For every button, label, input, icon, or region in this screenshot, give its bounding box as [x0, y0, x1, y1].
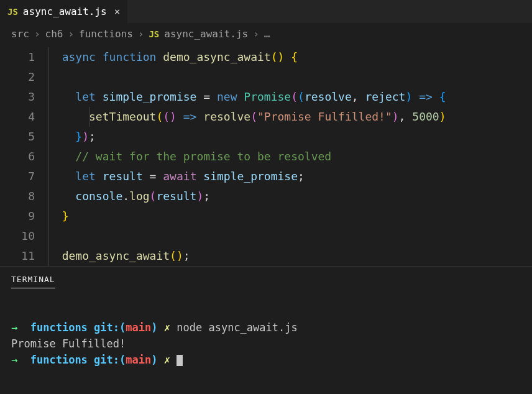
- code-line[interactable]: 3 let simple_promise = new Promise((reso…: [0, 87, 532, 107]
- breadcrumb-part[interactable]: src: [11, 28, 29, 40]
- editor-tab[interactable]: JS async_await.js ×: [0, 0, 127, 23]
- line-number: 7: [0, 167, 48, 186]
- line-number: 9: [0, 206, 48, 226]
- git-dirty-icon: ✗: [164, 321, 170, 334]
- line-number: 6: [0, 147, 48, 167]
- code-line[interactable]: 1 async function demo_async_await() {: [0, 47, 532, 67]
- line-number: 10: [0, 226, 48, 246]
- chevron-right-icon: ›: [68, 28, 74, 40]
- code-line[interactable]: 2: [0, 67, 532, 87]
- prompt-arrow-icon: →: [11, 321, 17, 334]
- breadcrumb[interactable]: src › ch6 › functions › JS async_await.j…: [0, 23, 532, 45]
- code-line[interactable]: 11 demo_async_await();: [0, 246, 532, 266]
- git-branch: main: [126, 354, 151, 366]
- terminal-panel[interactable]: TERMINAL → functions git:(main) ✗ node a…: [0, 266, 532, 394]
- chevron-right-icon: ›: [34, 28, 40, 40]
- terminal-tab[interactable]: TERMINAL: [11, 275, 55, 288]
- line-number: 4: [0, 107, 48, 127]
- chevron-right-icon: ›: [253, 28, 259, 40]
- prompt-git: git:: [94, 354, 119, 366]
- tab-bar: JS async_await.js ×: [0, 0, 532, 23]
- line-number: 3: [0, 87, 48, 107]
- code-line[interactable]: 7 let result = await simple_promise;: [0, 167, 532, 186]
- chevron-right-icon: ›: [138, 28, 144, 40]
- prompt-dir: functions: [30, 354, 88, 366]
- breadcrumb-part[interactable]: functions: [79, 28, 133, 40]
- code-line[interactable]: 10: [0, 226, 532, 246]
- line-number: 1: [0, 47, 48, 67]
- code-line[interactable]: 6 // wait for the promise to be resolved: [0, 147, 532, 167]
- close-icon[interactable]: ×: [114, 6, 121, 17]
- tab-filename: async_await.js: [23, 6, 107, 17]
- prompt-arrow-icon: →: [11, 354, 17, 366]
- code-line[interactable]: 8 console.log(result);: [0, 186, 532, 206]
- js-file-icon: JS: [7, 7, 18, 17]
- terminal-output: Promise Fulfilled!: [11, 337, 126, 350]
- code-line[interactable]: 9 }: [0, 206, 532, 226]
- code-line[interactable]: 5 });: [0, 127, 532, 147]
- code-line[interactable]: 4 setTimeout(() => resolve("Promise Fulf…: [0, 107, 532, 127]
- line-number: 11: [0, 246, 48, 266]
- terminal-cursor: [177, 355, 183, 366]
- breadcrumb-tail[interactable]: …: [264, 28, 270, 40]
- breadcrumb-file[interactable]: async_await.js: [164, 28, 248, 40]
- code-editor[interactable]: 1 async function demo_async_await() { 2 …: [0, 45, 532, 266]
- git-branch: main: [126, 321, 151, 334]
- prompt-git: git:: [94, 321, 119, 334]
- js-file-icon: JS: [149, 29, 159, 39]
- line-number: 5: [0, 127, 48, 147]
- breadcrumb-part[interactable]: ch6: [45, 28, 63, 40]
- git-dirty-icon: ✗: [164, 354, 170, 366]
- terminal-command: node async_await.js: [177, 321, 297, 334]
- line-number: 2: [0, 67, 48, 87]
- line-number: 8: [0, 186, 48, 206]
- terminal-body[interactable]: → functions git:(main) ✗ node async_awai…: [11, 303, 521, 384]
- prompt-dir: functions: [30, 321, 88, 334]
